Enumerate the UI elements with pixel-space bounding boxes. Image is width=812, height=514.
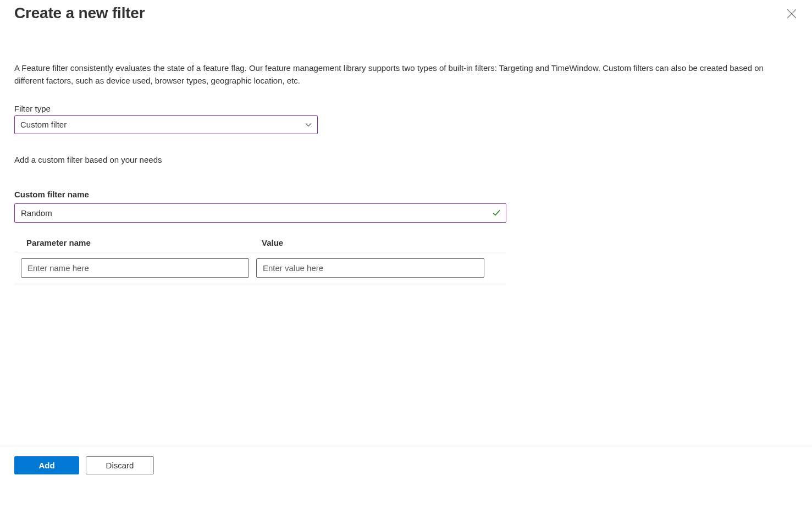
- panel-header: Create a new filter: [14, 4, 798, 22]
- parameter-value-header: Value: [262, 238, 506, 247]
- page-title: Create a new filter: [14, 4, 145, 22]
- helper-text: Add a custom filter based on your needs: [14, 155, 798, 164]
- custom-filter-name-wrap: [14, 203, 506, 223]
- add-button[interactable]: Add: [14, 456, 79, 474]
- close-icon: [787, 9, 797, 19]
- filter-type-label: Filter type: [14, 104, 798, 113]
- filter-type-dropdown-wrap: Custom filter: [14, 115, 318, 134]
- description-text: A Feature filter consistently evaluates …: [14, 62, 795, 87]
- parameter-value-input[interactable]: [256, 258, 484, 278]
- parameter-table: Parameter name Value: [14, 238, 506, 284]
- filter-type-dropdown[interactable]: Custom filter: [14, 115, 318, 134]
- checkmark-icon: [492, 208, 501, 217]
- filter-type-value: Custom filter: [20, 120, 67, 129]
- parameter-row: [14, 252, 506, 284]
- create-filter-panel: Create a new filter A Feature filter con…: [0, 0, 812, 514]
- close-button[interactable]: [785, 7, 799, 21]
- custom-filter-name-label: Custom filter name: [14, 190, 798, 199]
- panel-footer: Add Discard: [0, 446, 812, 474]
- parameter-name-header: Parameter name: [26, 238, 262, 247]
- discard-button[interactable]: Discard: [86, 456, 154, 474]
- parameter-name-input[interactable]: [21, 258, 249, 278]
- custom-filter-name-input[interactable]: [14, 203, 506, 223]
- parameter-table-header: Parameter name Value: [14, 238, 506, 252]
